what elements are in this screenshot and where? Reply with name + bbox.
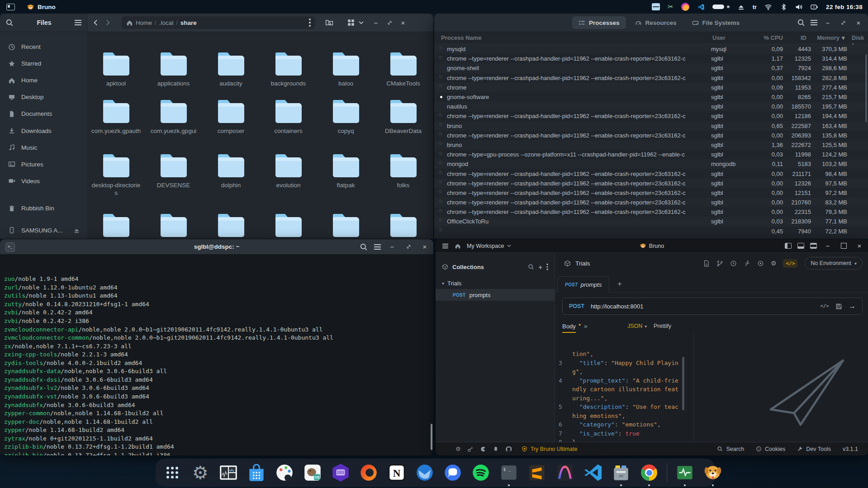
wifi-icon[interactable] <box>764 3 772 11</box>
process-row-gnome-software[interactable]: gnome-softwaresglbl0,008265215,7 MB <box>434 92 868 102</box>
eject-icon[interactable] <box>73 227 80 234</box>
back-button[interactable] <box>92 19 100 27</box>
col-user[interactable]: User <box>712 34 726 41</box>
hamburger-menu-icon[interactable] <box>811 22 817 23</box>
process-row-clipped[interactable]: 0,45794072,2 MB <box>434 227 868 236</box>
browser-flame-icon[interactable] <box>681 3 689 11</box>
toggle-bottom-panel-icon[interactable] <box>797 243 804 249</box>
dock-item-color-picker[interactable] <box>274 462 295 483</box>
dock-item-vscode[interactable] <box>583 462 603 483</box>
dock-item-chrome[interactable] <box>639 462 659 483</box>
folder-item-devsense[interactable]: DEVSENSE <box>145 157 202 197</box>
sidebar-item-videos[interactable]: Videos <box>5 175 84 188</box>
method-label[interactable]: POST <box>569 303 584 309</box>
folder-item[interactable] <box>145 217 202 239</box>
folder-search-icon[interactable] <box>325 19 333 27</box>
dock-item-anaconda[interactable] <box>555 462 575 483</box>
path-kebab-menu-icon[interactable] <box>309 22 311 24</box>
process-row-chrome-type-renderer-crashpad-handler-pid-11962-enable-crash-reporter-23c63162-c[interactable]: chrome --type=renderer --crashpad-handle… <box>434 179 868 188</box>
clipboard-scissors-icon[interactable]: ✂ <box>668 3 674 11</box>
dock-item-thunderbird[interactable] <box>414 462 435 483</box>
col-memory[interactable]: Memory <box>788 34 840 41</box>
process-row-nautilus[interactable]: nautilussglbl0,00185570195,7 MB <box>434 102 868 111</box>
process-row-bruno[interactable]: brunosglbl0,65222587163,4 MB <box>434 121 868 131</box>
process-row-mongod[interactable]: mongodmongodb0,115183103,2 MB <box>434 159 868 169</box>
col-process-name[interactable]: Process Name <box>441 34 482 41</box>
focused-app-indicator[interactable]: Bruno <box>27 3 56 11</box>
minimize-button[interactable]: − <box>371 18 381 28</box>
process-row-gnome-shell[interactable]: gnome-shellsglbl0,377924288,6 MB <box>434 63 868 73</box>
folder-item[interactable] <box>375 217 432 239</box>
process-row-mysqld[interactable]: mysqldmysql0,094443370,3 MB <box>434 44 868 54</box>
folder-item[interactable] <box>260 217 317 239</box>
git-branch-icon[interactable] <box>716 260 723 267</box>
volume-icon[interactable] <box>795 3 803 11</box>
workspace-selector[interactable]: My Workspace <box>467 243 504 249</box>
runner-icon[interactable] <box>744 260 750 267</box>
search-icon[interactable] <box>797 19 805 27</box>
battery-icon[interactable] <box>811 3 818 11</box>
workspace-indicator-icon[interactable] <box>6 4 15 10</box>
body-format-select[interactable]: JSON▾ <box>627 323 647 329</box>
folder-item-audacity[interactable]: audacity <box>202 56 260 87</box>
sidebar-item-downloads[interactable]: Downloads <box>5 124 84 137</box>
process-row-officeclicktoru[interactable]: OfficeClickToRusglbl0,0321830977,1 MB <box>434 217 868 226</box>
sidebar-item-rubbish-bin[interactable]: Rubbish Bin <box>5 202 84 215</box>
process-row-chrome-type-renderer-crashpad-handler-pid-11962-enable-crash-reporter-23c63162-c[interactable]: chrome --type=renderer --crashpad-handle… <box>434 207 868 217</box>
dock-item-terminal[interactable]: $ _ <box>498 462 519 483</box>
maximize-button[interactable] <box>403 242 413 252</box>
minimize-button[interactable]: − <box>823 241 833 251</box>
dock-item-ptyxis[interactable] <box>330 462 351 483</box>
dock-item-system-monitor[interactable] <box>218 462 239 483</box>
dock-item-office[interactable] <box>358 462 379 483</box>
process-row-bruno[interactable]: brunosglbl1,36222672125,5 MB <box>434 140 868 150</box>
folder-item[interactable] <box>87 217 145 239</box>
close-button[interactable]: × <box>420 242 430 252</box>
maximize-button[interactable] <box>838 18 848 28</box>
maximize-button[interactable] <box>839 241 849 251</box>
forward-button[interactable] <box>104 19 112 27</box>
folder-item-backgrounds[interactable]: backgrounds <box>260 56 317 87</box>
process-row-chrome-type-renderer-crashpad-handler-pid-11962-enable-crash-reporter-23c63162-c[interactable]: chrome --type=renderer --crashpad-handle… <box>434 54 868 63</box>
folder-item-com-yuezk-gpgui[interactable]: com.yuezk.gpgui <box>145 103 202 135</box>
sidebar-item-desktop[interactable]: Desktop <box>5 90 84 104</box>
tab-body[interactable]: Body <box>562 323 576 330</box>
dock-item-sublime-text[interactable] <box>526 462 547 483</box>
history-clock-icon[interactable] <box>730 260 737 267</box>
toggle-left-panel-icon[interactable] <box>785 243 792 249</box>
folder-item[interactable] <box>317 217 375 239</box>
editor-scrollbar[interactable] <box>682 357 684 410</box>
view-options-chevron-icon[interactable] <box>359 19 364 27</box>
dock-item-settings[interactable]: ⚙ <box>190 462 211 483</box>
collection-trials[interactable]: ▾ Trials <box>436 277 555 289</box>
statusbar-cookies[interactable]: Cookies <box>756 446 785 452</box>
statusbar-devtools[interactable]: Dev Tools <box>797 446 831 452</box>
dock-item-signal[interactable] <box>442 462 463 483</box>
more-tabs-chevrons[interactable]: » <box>584 322 588 330</box>
pacman-icon[interactable] <box>480 446 486 452</box>
url-bar[interactable]: POST http://localhost:8001 </> → <box>562 298 863 315</box>
breadcrumb-home[interactable]: Home <box>136 19 152 26</box>
bluetooth-icon[interactable] <box>780 3 787 11</box>
dock-item-archive-manager[interactable] <box>611 462 631 483</box>
code-view-icon[interactable]: </> <box>783 259 797 268</box>
sidebar-item-samsung-a[interactable]: SAMSUNG A... <box>5 224 84 237</box>
keyboard-layout-indicator[interactable]: tr <box>753 3 757 11</box>
sidebar-item-starred[interactable]: Starred <box>5 57 84 70</box>
tab-resources[interactable]: Resources <box>629 16 683 29</box>
url-input[interactable]: http://localhost:8001 <box>591 303 814 310</box>
dock-item-spotify[interactable] <box>470 462 491 483</box>
dock-item-notion[interactable]: N <box>386 462 407 483</box>
process-row-chrome[interactable]: chromesglbl0,0911953277,4 MB <box>434 83 868 92</box>
folder-item-apktool[interactable]: apktool <box>87 56 145 87</box>
minimize-button[interactable]: − <box>387 242 397 252</box>
sysmon-scrollbar[interactable] <box>865 54 867 122</box>
tab-post-prompts[interactable]: POST prompts <box>557 276 609 293</box>
docs-icon[interactable] <box>703 260 710 267</box>
folder-item-cmaketools[interactable]: CMakeTools <box>375 56 432 87</box>
breadcrumb-local[interactable]: .local <box>159 19 174 26</box>
process-row-chrome-type-gpu-process-ozone-platform-x11-crashpad-handler-pid-11962-enable-c[interactable]: chrome --type=gpu-process --ozone-platfo… <box>434 150 868 159</box>
preferences-gear-icon[interactable]: ⚙ <box>455 445 461 452</box>
dock-item-dbeaver[interactable]: CE <box>302 462 323 483</box>
folder-item-dbeaverdata[interactable]: DBeaverData <box>375 103 432 135</box>
